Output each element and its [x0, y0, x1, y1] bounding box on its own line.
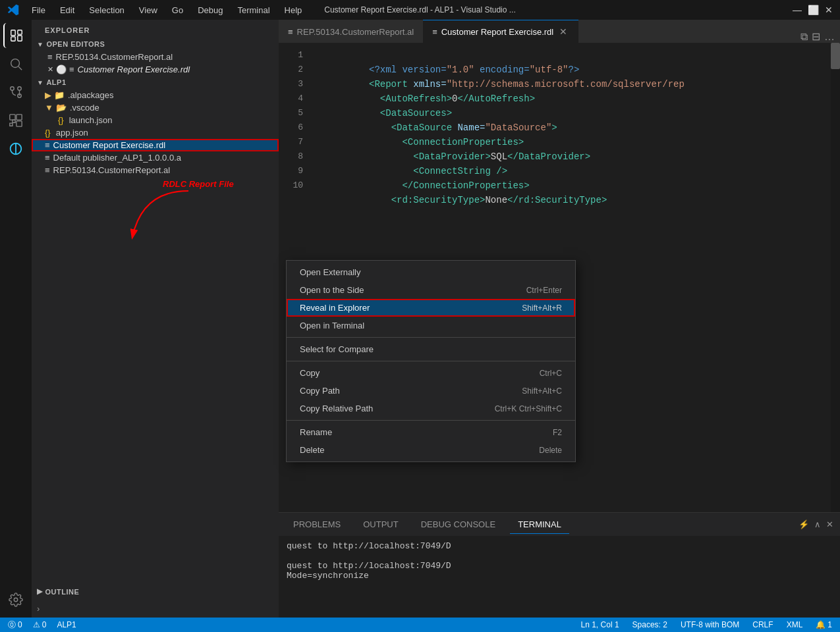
- menu-selection[interactable]: Selection: [82, 4, 130, 16]
- app-json-label: app.json: [56, 128, 88, 138]
- ctx-open-externally[interactable]: Open Externally: [287, 263, 575, 281]
- status-branch[interactable]: ALP1: [54, 620, 78, 629]
- more-actions-icon[interactable]: …: [824, 31, 835, 43]
- tab-rep-file[interactable]: ≡ REP.50134.CustomerReport.al: [279, 20, 423, 43]
- window-title: Customer Report Exercise.rdl - ALP1 - Vi…: [324, 5, 516, 14]
- menu-debug[interactable]: Debug: [191, 4, 229, 16]
- status-language[interactable]: XML: [784, 620, 806, 629]
- terminal-content[interactable]: quest to http://localhost:7049/D quest t…: [279, 536, 840, 618]
- bottom-panel: PROBLEMS OUTPUT DEBUG CONSOLE TERMINAL ⚡…: [279, 512, 840, 618]
- ctx-open-terminal[interactable]: Open in Terminal: [287, 317, 575, 334]
- settings-activity-icon[interactable]: [3, 587, 28, 612]
- toggle-panel-icon[interactable]: ⊟: [812, 30, 820, 43]
- ctx-separator-1: [287, 337, 575, 338]
- menu-go[interactable]: Go: [165, 4, 190, 16]
- status-errors[interactable]: ⓪ 0: [5, 619, 25, 631]
- ctx-delete[interactable]: Delete Delete: [287, 441, 575, 459]
- language-label: XML: [787, 620, 803, 629]
- ctx-copy-relative-path[interactable]: Copy Relative Path Ctrl+K Ctrl+Shift+C: [287, 400, 575, 417]
- ctx-open-terminal-label: Open in Terminal: [300, 321, 364, 330]
- svg-rect-1: [18, 36, 22, 41]
- tab-debug-console[interactable]: DEBUG CONSOLE: [413, 515, 503, 533]
- terminal-line-2: [287, 551, 832, 561]
- tab-terminal[interactable]: TERMINAL: [510, 515, 569, 534]
- menu-view[interactable]: View: [132, 4, 164, 16]
- app-json-file[interactable]: {} app.json: [32, 126, 279, 139]
- remote-activity-icon[interactable]: [3, 136, 28, 161]
- statusbar: ⓪ 0 ⚠ 0 ALP1 Ln 1, Col 1 Spaces: 2 UTF-8…: [0, 618, 840, 632]
- customer-rdl-file[interactable]: ≡ Customer Report Exercise.rdl: [32, 139, 279, 151]
- alp1-section[interactable]: ▼ ALP1: [32, 76, 279, 89]
- open-editors-section[interactable]: ▼ OPEN EDITORS: [32, 38, 279, 51]
- filter-icon[interactable]: ⚡: [798, 519, 809, 529]
- source-control-activity-icon[interactable]: [3, 80, 28, 105]
- tab-close-rdl[interactable]: ✕: [557, 26, 569, 38]
- file-icon-rdl: ≡: [69, 65, 74, 74]
- maximize-button[interactable]: ⬜: [808, 5, 818, 14]
- error-icon: ⓪: [8, 619, 16, 631]
- ctx-reveal-explorer[interactable]: Reveal in Explorer Shift+Alt+R: [287, 299, 575, 317]
- outline-section[interactable]: ▶ OUTLINE: [32, 583, 279, 600]
- vscode-logo: [7, 3, 20, 16]
- menu-file[interactable]: File: [25, 4, 52, 16]
- ctx-copy-shortcut: Ctrl+C: [540, 369, 562, 378]
- alpackages-folder[interactable]: ▶ 📁 .alpackages: [32, 89, 279, 101]
- ctx-separator-2: [287, 361, 575, 361]
- launch-json-label: launch.json: [69, 115, 113, 125]
- warning-count: 0: [42, 620, 47, 629]
- ctx-select-compare[interactable]: Select for Compare: [287, 340, 575, 358]
- svg-point-6: [11, 87, 14, 91]
- tab-output[interactable]: OUTPUT: [355, 515, 406, 533]
- svg-rect-0: [11, 30, 15, 36]
- ctx-copy-path[interactable]: Copy Path Shift+Alt+C: [287, 382, 575, 400]
- tabs-bar: ≡ REP.50134.CustomerReport.al ≡ Customer…: [279, 20, 840, 43]
- menu-help[interactable]: Help: [278, 4, 309, 16]
- minimize-button[interactable]: —: [793, 5, 802, 14]
- file-icon-publisher: ≡: [45, 153, 50, 163]
- menu-edit[interactable]: Edit: [53, 4, 81, 16]
- warning-icon: ⚠: [33, 620, 40, 629]
- ctx-open-side[interactable]: Open to the Side Ctrl+Enter: [287, 281, 575, 299]
- tab-customer-rdl[interactable]: ≡ Customer Report Exercise.rdl ✕: [423, 20, 578, 43]
- scrollbar-thumb[interactable]: [831, 43, 840, 69]
- extensions-activity-icon[interactable]: [3, 108, 28, 133]
- status-notifications[interactable]: 🔔 1: [813, 620, 835, 629]
- split-editor-icon[interactable]: ⧉: [800, 31, 808, 43]
- ctx-delete-label: Delete: [300, 445, 325, 455]
- json-icon-launch: {}: [58, 115, 64, 125]
- status-eol[interactable]: CRLF: [750, 620, 775, 629]
- ctx-copy[interactable]: Copy Ctrl+C: [287, 364, 575, 382]
- status-encoding[interactable]: UTF-8 with BOM: [678, 620, 742, 629]
- menu-terminal[interactable]: Terminal: [231, 4, 276, 16]
- ctx-copy-relative-path-shortcut: Ctrl+K Ctrl+Shift+C: [495, 404, 562, 413]
- ctx-rename[interactable]: Rename F2: [287, 423, 575, 441]
- terminal-line-1: quest to http://localhost:7049/D: [287, 541, 832, 551]
- default-publisher-file[interactable]: ≡ Default publisher_ALP1_1.0.0.0.a: [32, 151, 279, 164]
- outline-arrow: ▶: [37, 587, 43, 596]
- code-line-1: <?xml version="1.0" encoding="utf-8"?>: [308, 48, 831, 63]
- svg-line-5: [18, 66, 22, 70]
- open-editor-rdl-label: Customer Report Exercise.rdl: [78, 65, 190, 74]
- status-spaces[interactable]: Spaces: 2: [630, 620, 670, 629]
- close-button[interactable]: ✕: [824, 5, 833, 14]
- launch-json-file[interactable]: {} launch.json: [32, 114, 279, 126]
- search-activity-icon[interactable]: [3, 51, 28, 76]
- open-editors-arrow: ▼: [37, 41, 43, 48]
- rep-50134-file[interactable]: ≡ REP.50134.CustomerReport.al: [32, 164, 279, 176]
- sidebar-bottom-chevron[interactable]: ›: [32, 600, 279, 618]
- svg-rect-9: [10, 115, 15, 120]
- ctx-select-compare-label: Select for Compare: [300, 344, 374, 354]
- status-warnings[interactable]: ⚠ 0: [30, 620, 49, 629]
- file-tree: ≡ REP.50134.CustomerReport.al ✕ ⚪ ≡ Cust…: [32, 51, 279, 583]
- vscode-folder[interactable]: ▼ 📂 .vscode: [32, 101, 279, 114]
- collapse-icon[interactable]: ∧: [814, 519, 821, 529]
- editor-scrollbar[interactable]: [831, 43, 840, 512]
- open-editor-customer-rdl[interactable]: ✕ ⚪ ≡ Customer Report Exercise.rdl: [32, 63, 279, 76]
- close-modified-icon[interactable]: ✕: [47, 65, 53, 74]
- open-editor-rep-file[interactable]: ≡ REP.50134.CustomerReport.al: [32, 51, 279, 63]
- outline-label: OUTLINE: [45, 588, 80, 596]
- tab-problems[interactable]: PROBLEMS: [285, 515, 349, 533]
- status-cursor[interactable]: Ln 1, Col 1: [578, 620, 622, 629]
- close-panel-icon[interactable]: ✕: [826, 519, 833, 529]
- explorer-activity-icon[interactable]: [3, 23, 28, 48]
